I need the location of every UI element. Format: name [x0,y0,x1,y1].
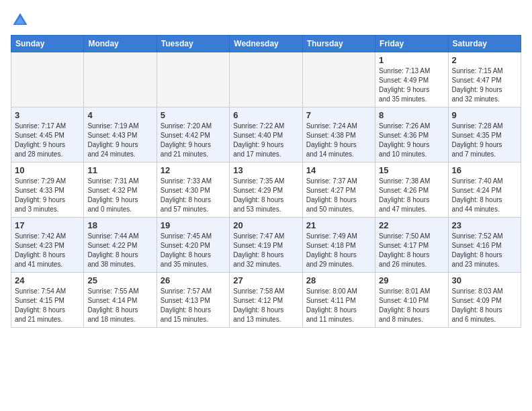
day-number: 5 [161,110,226,120]
calendar-cell: 26Sunrise: 7:57 AM Sunset: 4:13 PM Dayli… [157,273,229,328]
day-number: 8 [379,110,444,120]
calendar-cell: 16Sunrise: 7:40 AM Sunset: 4:24 PM Dayli… [448,163,521,218]
calendar-week-row: 24Sunrise: 7:54 AM Sunset: 4:15 PM Dayli… [11,273,521,328]
weekday-header-sunday: Sunday [11,36,84,52]
calendar-cell: 7Sunrise: 7:24 AM Sunset: 4:38 PM Daylig… [302,107,375,163]
calendar-cell: 30Sunrise: 8:03 AM Sunset: 4:09 PM Dayli… [448,273,521,328]
calendar-cell: 24Sunrise: 7:54 AM Sunset: 4:15 PM Dayli… [11,273,84,328]
day-number: 16 [452,165,517,175]
calendar-cell: 21Sunrise: 7:49 AM Sunset: 4:18 PM Dayli… [302,218,375,273]
day-number: 1 [379,55,444,65]
calendar-cell: 12Sunrise: 7:33 AM Sunset: 4:30 PM Dayli… [157,163,229,218]
calendar-cell: 10Sunrise: 7:29 AM Sunset: 4:33 PM Dayli… [11,163,84,218]
day-number: 11 [87,165,152,175]
calendar-cell [302,52,375,107]
day-number: 20 [233,220,298,230]
day-number: 22 [379,220,444,230]
calendar-cell: 6Sunrise: 7:22 AM Sunset: 4:40 PM Daylig… [230,107,302,163]
day-number: 14 [306,165,371,175]
day-info: Sunrise: 7:15 AM Sunset: 4:47 PM Dayligh… [452,66,517,104]
weekday-header-thursday: Thursday [302,36,375,52]
calendar-cell: 13Sunrise: 7:35 AM Sunset: 4:29 PM Dayli… [230,163,302,218]
calendar-week-row: 10Sunrise: 7:29 AM Sunset: 4:33 PM Dayli… [11,163,521,218]
day-info: Sunrise: 7:50 AM Sunset: 4:17 PM Dayligh… [379,232,444,269]
calendar-table: SundayMondayTuesdayWednesdayThursdayFrid… [11,35,521,328]
day-info: Sunrise: 7:37 AM Sunset: 4:27 PM Dayligh… [306,177,371,214]
page-header [11,11,521,30]
day-info: Sunrise: 7:17 AM Sunset: 4:45 PM Dayligh… [15,122,80,159]
day-info: Sunrise: 7:20 AM Sunset: 4:42 PM Dayligh… [161,122,226,159]
day-number: 6 [233,110,298,120]
day-number: 21 [306,220,371,230]
day-info: Sunrise: 7:29 AM Sunset: 4:33 PM Dayligh… [15,177,80,214]
day-number: 19 [161,220,226,230]
calendar-cell: 27Sunrise: 7:58 AM Sunset: 4:12 PM Dayli… [230,273,302,328]
day-number: 18 [87,220,152,230]
calendar-cell: 29Sunrise: 8:01 AM Sunset: 4:10 PM Dayli… [375,273,448,328]
day-number: 15 [379,165,444,175]
day-info: Sunrise: 7:24 AM Sunset: 4:38 PM Dayligh… [306,122,371,159]
calendar-cell: 1Sunrise: 7:13 AM Sunset: 4:49 PM Daylig… [375,52,448,107]
weekday-header-monday: Monday [84,36,157,52]
day-info: Sunrise: 7:22 AM Sunset: 4:40 PM Dayligh… [233,122,298,159]
calendar-week-row: 3Sunrise: 7:17 AM Sunset: 4:45 PM Daylig… [11,107,521,163]
day-info: Sunrise: 7:47 AM Sunset: 4:19 PM Dayligh… [233,232,298,269]
day-info: Sunrise: 8:01 AM Sunset: 4:10 PM Dayligh… [379,287,444,324]
day-number: 26 [161,275,226,285]
calendar-cell: 17Sunrise: 7:42 AM Sunset: 4:23 PM Dayli… [11,218,84,273]
calendar-cell: 25Sunrise: 7:55 AM Sunset: 4:14 PM Dayli… [84,273,157,328]
weekday-header-wednesday: Wednesday [230,36,302,52]
calendar-cell: 4Sunrise: 7:19 AM Sunset: 4:43 PM Daylig… [84,107,157,163]
calendar-cell: 20Sunrise: 7:47 AM Sunset: 4:19 PM Dayli… [230,218,302,273]
day-info: Sunrise: 7:13 AM Sunset: 4:49 PM Dayligh… [379,66,444,104]
day-number: 4 [87,110,152,120]
calendar-cell: 23Sunrise: 7:52 AM Sunset: 4:16 PM Dayli… [448,218,521,273]
calendar-week-row: 1Sunrise: 7:13 AM Sunset: 4:49 PM Daylig… [11,52,521,107]
day-info: Sunrise: 7:31 AM Sunset: 4:32 PM Dayligh… [87,177,152,214]
calendar-cell: 22Sunrise: 7:50 AM Sunset: 4:17 PM Dayli… [375,218,448,273]
day-info: Sunrise: 7:58 AM Sunset: 4:12 PM Dayligh… [233,287,298,324]
calendar-cell: 2Sunrise: 7:15 AM Sunset: 4:47 PM Daylig… [448,52,521,107]
day-number: 13 [233,165,298,175]
day-info: Sunrise: 7:19 AM Sunset: 4:43 PM Dayligh… [87,122,152,159]
calendar-cell: 18Sunrise: 7:44 AM Sunset: 4:22 PM Dayli… [84,218,157,273]
calendar-cell [230,52,302,107]
calendar-cell: 14Sunrise: 7:37 AM Sunset: 4:27 PM Dayli… [302,163,375,218]
calendar-cell: 3Sunrise: 7:17 AM Sunset: 4:45 PM Daylig… [11,107,84,163]
day-number: 9 [452,110,517,120]
day-info: Sunrise: 7:55 AM Sunset: 4:14 PM Dayligh… [87,287,152,324]
day-info: Sunrise: 7:44 AM Sunset: 4:22 PM Dayligh… [87,232,152,269]
calendar-cell [11,52,84,107]
day-number: 3 [15,110,80,120]
day-info: Sunrise: 7:38 AM Sunset: 4:26 PM Dayligh… [379,177,444,214]
day-number: 29 [379,275,444,285]
day-info: Sunrise: 7:54 AM Sunset: 4:15 PM Dayligh… [15,287,80,324]
calendar-cell: 19Sunrise: 7:45 AM Sunset: 4:20 PM Dayli… [157,218,229,273]
day-number: 17 [15,220,80,230]
day-info: Sunrise: 8:03 AM Sunset: 4:09 PM Dayligh… [452,287,517,324]
day-number: 23 [452,220,517,230]
day-info: Sunrise: 7:45 AM Sunset: 4:20 PM Dayligh… [161,232,226,269]
day-info: Sunrise: 7:49 AM Sunset: 4:18 PM Dayligh… [306,232,371,269]
day-number: 28 [306,275,371,285]
day-info: Sunrise: 7:28 AM Sunset: 4:35 PM Dayligh… [452,122,517,159]
day-info: Sunrise: 7:33 AM Sunset: 4:30 PM Dayligh… [161,177,226,214]
calendar-cell [84,52,157,107]
logo[interactable] [11,11,32,30]
day-number: 30 [452,275,517,285]
calendar-cell [157,52,229,107]
day-info: Sunrise: 7:35 AM Sunset: 4:29 PM Dayligh… [233,177,298,214]
calendar-cell: 11Sunrise: 7:31 AM Sunset: 4:32 PM Dayli… [84,163,157,218]
weekday-header-friday: Friday [375,36,448,52]
day-info: Sunrise: 7:40 AM Sunset: 4:24 PM Dayligh… [452,177,517,214]
day-number: 24 [15,275,80,285]
day-info: Sunrise: 7:42 AM Sunset: 4:23 PM Dayligh… [15,232,80,269]
calendar-cell: 8Sunrise: 7:26 AM Sunset: 4:36 PM Daylig… [375,107,448,163]
day-info: Sunrise: 7:52 AM Sunset: 4:16 PM Dayligh… [452,232,517,269]
calendar-cell: 15Sunrise: 7:38 AM Sunset: 4:26 PM Dayli… [375,163,448,218]
calendar-cell: 28Sunrise: 8:00 AM Sunset: 4:11 PM Dayli… [302,273,375,328]
day-number: 25 [87,275,152,285]
day-number: 7 [306,110,371,120]
calendar-cell: 9Sunrise: 7:28 AM Sunset: 4:35 PM Daylig… [448,107,521,163]
calendar-cell: 5Sunrise: 7:20 AM Sunset: 4:42 PM Daylig… [157,107,229,163]
